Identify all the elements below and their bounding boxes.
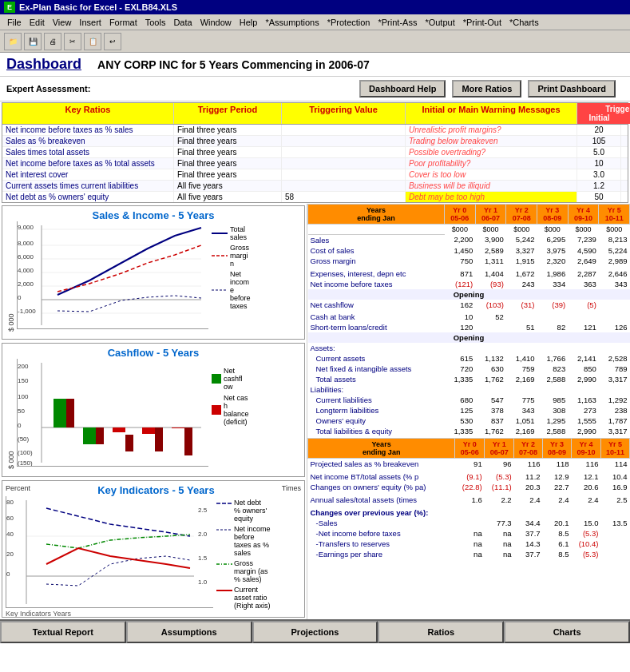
ft-label-cos: Cost of sales — [308, 245, 445, 256]
ft-val-ta-0: 1,335 — [445, 374, 476, 384]
ft-row-current-assets: Current assets 615 1,132 1,410 1,766 2,1… — [308, 353, 630, 364]
menu-print-out[interactable]: *Print-Out — [460, 17, 505, 28]
kr-cell-initial: 1.2 — [577, 181, 621, 191]
ft-val-cos-4: 4,590 — [568, 245, 599, 256]
ft-years-header: Yearsending Jan — [308, 205, 445, 225]
menu-help[interactable]: Help — [236, 17, 261, 28]
svg-text:200: 200 — [18, 363, 29, 370]
ft-val-cl-4: 1,163 — [568, 395, 599, 405]
kr-cell-initial: 10 — [577, 158, 621, 169]
kr-row-5: Net interest cover Final three years Cov… — [2, 169, 628, 181]
kr-cell-ratio: Net income before taxes as % total asset… — [2, 158, 174, 169]
svg-text:100: 100 — [18, 393, 29, 400]
rt-yr1-header: Yr 106-07 — [485, 438, 514, 458]
kr-cell-warning: Trading below breakeven — [406, 136, 577, 146]
kr-row-4: Net income before taxes as % total asset… — [2, 158, 628, 169]
rt-val-sc-5: 13.5 — [600, 518, 629, 528]
kr-cell-ratio: Net interest cover — [2, 169, 174, 180]
ft-label-ta: Total assets — [308, 374, 445, 384]
rt-val-sc-2: 34.4 — [514, 518, 543, 528]
svg-rect-30 — [142, 427, 155, 434]
ki-y-right-label: Times — [282, 484, 301, 496]
ft-label-gm: Gross margin — [308, 256, 445, 266]
ft-unit-2: $000 — [506, 225, 537, 235]
more-ratios-button[interactable]: More Ratios — [452, 80, 521, 97]
rt-val-tr-2: 14.3 — [514, 539, 543, 549]
menu-view[interactable]: View — [50, 17, 75, 28]
menu-file[interactable]: File — [4, 17, 25, 28]
rt-row-breakeven: Projected sales as % breakeven 91 96 116… — [308, 458, 630, 469]
ft-val-stl-3: 82 — [537, 322, 569, 332]
ft-unit-3: $000 — [537, 225, 569, 235]
kr-cell-period: Final three years — [174, 158, 282, 169]
menu-format[interactable]: Format — [106, 17, 141, 28]
ft-val-fa-0: 720 — [445, 364, 476, 374]
ft-row-sales: Sales 2,200 3,900 5,242 6,295 7,239 8,21… — [308, 234, 630, 245]
toolbar-btn-2[interactable]: 💾 — [24, 33, 42, 50]
rt-val-eps-4: (5.3) — [572, 549, 601, 559]
rt-row-nibt-chg: -Net income before taxes na na 37.7 8.5 … — [308, 528, 630, 539]
tab-textual-report[interactable]: Textual Report — [0, 621, 126, 643]
menu-protection[interactable]: *Protection — [324, 17, 374, 28]
menu-data[interactable]: Data — [170, 17, 195, 28]
ft-val-oe-2: 1,051 — [506, 416, 537, 426]
ft-val-cf-4: (5) — [568, 300, 599, 310]
toolbar-btn-5[interactable]: 📋 — [84, 33, 101, 50]
ft-val-gm-0: 750 — [445, 256, 476, 266]
rt-val-tr-4: (10.4) — [572, 539, 601, 549]
toolbar-btn-4[interactable]: ✂ — [64, 33, 81, 50]
svg-text:0: 0 — [6, 571, 10, 578]
menu-print-ass[interactable]: *Print-Ass — [374, 17, 420, 28]
menu-window[interactable]: Window — [197, 17, 235, 28]
toolbar-btn-1[interactable]: 📁 — [4, 33, 22, 50]
kr-cell-initial: 5.0 — [577, 147, 621, 157]
ft-val-cl-0: 680 — [445, 395, 476, 405]
cashflow-chart: Cashflow - 5 Years $ 000 200 150 100 50 … — [2, 343, 305, 477]
svg-text:2.0: 2.0 — [198, 531, 208, 538]
rt-row-transfers-chg: -Transfers to reserves na na 14.3 6.1 (1… — [308, 539, 630, 549]
menu-tools[interactable]: Tools — [142, 17, 169, 28]
ft-val-ll-1: 378 — [475, 405, 506, 416]
main-content: Dashboard ANY CORP INC for 5 Years Comme… — [0, 53, 630, 672]
svg-text:2,000: 2,000 — [18, 280, 34, 288]
rt-row-roe: Changes on owners' equity (% pa) (22.8) … — [308, 482, 630, 492]
kr-header-value: Triggering Value — [282, 103, 406, 124]
cashflow-y-axis-label: $ 000 — [6, 359, 17, 471]
svg-rect-36 — [184, 427, 192, 455]
ft-row-assets-label: Assets: — [308, 343, 630, 353]
kr-cell-period: Final three years — [174, 147, 282, 157]
print-dashboard-button[interactable]: Print Dashboard — [528, 80, 616, 97]
kr-cell-initial: 105 — [577, 136, 621, 146]
ft-val-tle-5: 3,317 — [599, 426, 630, 436]
tab-ratios[interactable]: Ratios — [378, 621, 504, 643]
menu-insert[interactable]: Insert — [76, 17, 105, 28]
rt-val-nibta-3: 12.9 — [543, 471, 572, 482]
ft-row-tle: Total liabilities & equity 1,335 1,762 2… — [308, 426, 630, 436]
tab-charts[interactable]: Charts — [504, 621, 630, 643]
ft-val-stl-4: 121 — [568, 322, 599, 332]
rt-val-at-5: 2.5 — [600, 495, 629, 505]
tab-projections[interactable]: Projections — [252, 621, 378, 643]
menu-charts[interactable]: *Charts — [506, 17, 542, 28]
ft-val-exp-2: 1,672 — [506, 268, 537, 279]
ft-val-stl-0: 120 — [445, 322, 476, 332]
app-icon: E — [4, 2, 15, 13]
ft-val-cl-3: 985 — [537, 395, 569, 405]
tab-assumptions[interactable]: Assumptions — [126, 621, 252, 643]
ft-val-gm-1: 1,311 — [475, 256, 506, 266]
dashboard-help-button[interactable]: Dashboard Help — [359, 80, 446, 97]
svg-text:6,000: 6,000 — [18, 253, 34, 260]
kr-cell-period: All five years — [174, 181, 282, 191]
kr-cell-main: 8.0 — [621, 147, 630, 157]
svg-text:(100): (100) — [18, 449, 33, 456]
menu-output[interactable]: *Output — [422, 17, 458, 28]
rt-val-nibta-0: (9.1) — [455, 471, 485, 482]
menu-assumptions[interactable]: *Assumptions — [262, 17, 322, 28]
ft-val-nibt-4: 363 — [568, 279, 599, 289]
svg-text:0: 0 — [18, 294, 22, 301]
toolbar-btn-3[interactable]: 🖨 — [44, 33, 61, 50]
toolbar-btn-6[interactable]: ↩ — [104, 33, 121, 50]
rt-label-nibt-ta: Net income BT/total assets (% p — [308, 471, 455, 482]
ft-yr3-header: Yr 308-09 — [537, 205, 569, 225]
menu-edit[interactable]: Edit — [26, 17, 48, 28]
